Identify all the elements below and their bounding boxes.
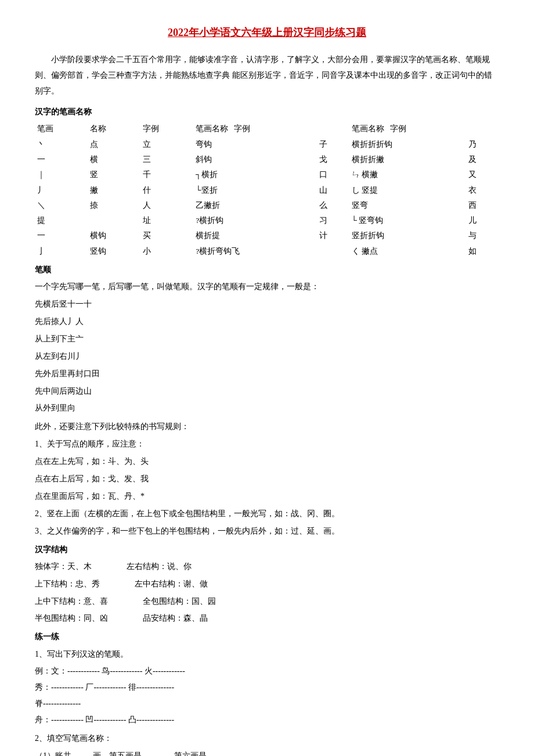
header-zili1: 字例: [140, 121, 193, 136]
stroke-section-title: 汉字的笔画名称: [35, 105, 499, 119]
exercise-title: 练一练: [35, 629, 499, 644]
structure-items: 独体字：天、木 左右结构：说、你 上下结构：忠、秀 左中右结构：谢、做 上中下结…: [35, 559, 499, 627]
special-rule-2: 点在左上先写，如：斗、为、头: [35, 454, 499, 469]
bishun-intro: 一个字先写哪一笔，后写哪一笔，叫做笔顺。汉字的笔顺有一定规律，一般是：: [35, 279, 499, 294]
header-mingcheng: 名称: [88, 121, 140, 136]
structure-row-3: 上中下结构：意、喜 全包围结构：国、园: [35, 594, 499, 609]
structure-title: 汉字结构: [35, 542, 499, 557]
exercise2-item-1: （1）账共--------画，第五画是---------，第六画是-------…: [35, 748, 499, 756]
special-rule-6: 3、之乂作偏旁的字，和一些下包上的半包围结构，一般先内后外，如：过、延、画。: [35, 524, 499, 539]
table-row: 丶 点 立 弯钩 子 横折折折钩 乃: [35, 137, 499, 152]
header-bihua2: 笔画名称 字例: [193, 121, 349, 136]
structure-item-1b: 左右结构：说、你: [127, 559, 192, 574]
stroke-table: 笔画 名称 字例 笔画名称 字例 笔画名称 字例 丶 点 立 弯钩 子 横折折折…: [35, 121, 499, 259]
bishun-rule-2: 先后捺人丿人: [35, 314, 499, 329]
bishun-rules: 先横后竖十一十 先后捺人丿人 从上到下主亠 从左到右川丿 先外后里再封口田 先中…: [35, 297, 499, 416]
structure-row-1: 独体字：天、木 左右结构：说、你: [35, 559, 499, 574]
table-row: ｜ 竖 千 ┐横折 口 ㄣ 横撇 又: [35, 167, 499, 182]
header-bihua3: 笔画名称 字例: [349, 121, 499, 136]
table-row: 一 横钩 买 横折提 计 竖折折钩 与: [35, 228, 499, 243]
structure-item-4a: 半包围结构：同、凶: [35, 611, 108, 626]
intro-text: 小学阶段要求学会二千五百个常用字，能够读准字音，认清字形，了解字义，大部分会用，…: [35, 52, 499, 99]
exercise1-item-2: 秀：------------ 厂------------ 徘----------…: [35, 680, 499, 695]
exercise1-item-3: 脊--------------: [35, 696, 499, 711]
exercise1-items: 例：文：------------ 鸟------------ 火--------…: [35, 664, 499, 728]
structure-item-4b: 品安结构：森、晶: [143, 611, 208, 626]
bishun-rule-6: 先中间后两边山: [35, 384, 499, 399]
structure-item-2b: 左中右结构：谢、做: [135, 577, 208, 592]
special-rule-1: 1、关于写点的顺序，应注意：: [35, 437, 499, 452]
special-rules: 1、关于写点的顺序，应注意： 点在左上先写，如：斗、为、头 点在右上后写，如：戈…: [35, 437, 499, 538]
special-rule-5: 2、竖在上面（左横的左面，在上包下或全包围结构里，一般光写，如：战、冈、圈。: [35, 506, 499, 521]
special-rule-4: 点在里面后写，如：瓦、丹、*: [35, 489, 499, 504]
page-container: 2022年小学语文六年级上册汉字同步练习题 小学阶段要求学会二千五百个常用字，能…: [35, 23, 499, 756]
bishun-rule-5: 先外后里再封口田: [35, 366, 499, 381]
page-title: 2022年小学语文六年级上册汉字同步练习题: [35, 23, 499, 42]
exercise1-title: 1、写出下列汉这的笔顺。: [35, 647, 499, 662]
header-bihua: 笔画: [35, 121, 88, 136]
table-header-row: 笔画 名称 字例 笔画名称 字例 笔画名称 字例: [35, 121, 499, 136]
table-row: 提 址 ?横折钩 习 └ 竖弯钩 儿: [35, 213, 499, 228]
bishun-rule-4: 从左到右川丿: [35, 349, 499, 364]
exercise2-title: 2、填空写笔画名称：: [35, 731, 499, 746]
structure-item-3a: 上中下结构：意、喜: [35, 594, 108, 609]
structure-item-2a: 上下结构：忠、秀: [35, 577, 100, 592]
special-rules-title: 此外，还要注意下列比较特殊的书写规则：: [35, 419, 499, 434]
exercise1-item-4: 舟：------------ 凹------------ 凸----------…: [35, 712, 499, 728]
exercise1-item-1: 例：文：------------ 鸟------------ 火--------…: [35, 664, 499, 679]
bishun-title: 笔顺: [35, 262, 499, 277]
structure-row-2: 上下结构：忠、秀 左中右结构：谢、做: [35, 577, 499, 592]
bishun-rule-1: 先横后竖十一十: [35, 297, 499, 312]
structure-item-1a: 独体字：天、木: [35, 559, 92, 574]
table-row: 丿 撇 什 └竖折 山 し 竖提 衣: [35, 183, 499, 198]
structure-item-3b: 全包围结构：国、园: [143, 594, 216, 609]
table-row: 一 横 三 斜钩 戈 横折折撇 及: [35, 152, 499, 167]
bishun-rule-7: 从外到里向: [35, 401, 499, 416]
table-row: ＼ 捺 人 乙撇折 么 竖弯 西: [35, 198, 499, 213]
table-row: 亅 竖钩 小 ?横折弯钩飞 く 撇点 如: [35, 244, 499, 259]
special-rule-3: 点在右上后写，如：戈、发、我: [35, 471, 499, 487]
bishun-rule-3: 从上到下主亠: [35, 332, 499, 347]
exercise2-items: （1）账共--------画，第五画是---------，第六画是-------…: [35, 748, 499, 756]
structure-row-4: 半包围结构：同、凶 品安结构：森、晶: [35, 611, 499, 626]
